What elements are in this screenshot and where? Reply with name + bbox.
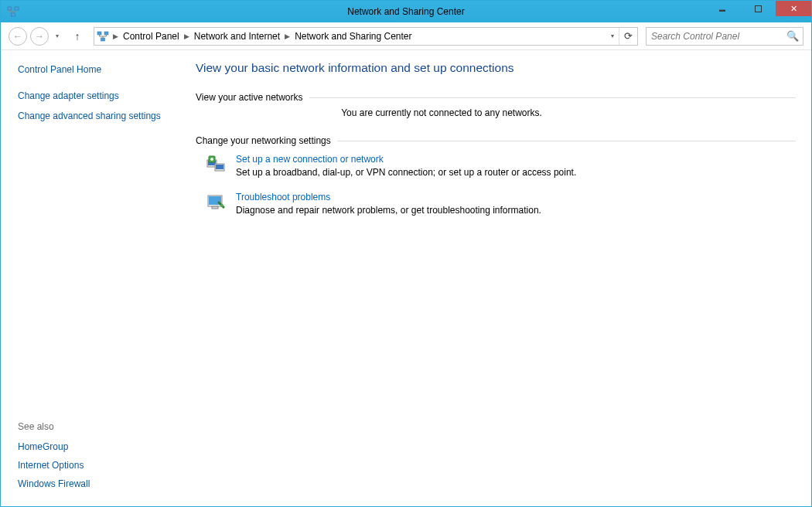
setup-connection-link[interactable]: Set up a new connection or network xyxy=(236,154,576,165)
control-panel-home-link[interactable]: Control Panel Home xyxy=(18,64,165,75)
history-dropdown[interactable]: ▾ xyxy=(52,27,63,46)
titlebar: Network and Sharing Center xyxy=(1,1,811,22)
refresh-button[interactable]: ⟳ xyxy=(619,28,637,45)
svg-rect-1 xyxy=(15,7,19,10)
sidebar-task-advanced-sharing[interactable]: Change advanced sharing settings xyxy=(18,111,165,123)
page-heading: View your basic network information and … xyxy=(196,61,796,75)
app-icon xyxy=(7,5,19,18)
svg-rect-9 xyxy=(101,38,105,41)
see-also-header: See also xyxy=(18,421,165,432)
svg-rect-17 xyxy=(216,165,223,169)
toolbar: ← → ▾ ↑ ▶ Control Panel ▶ Network and In… xyxy=(1,22,811,50)
maximize-button[interactable] xyxy=(740,1,776,16)
forward-button[interactable]: → xyxy=(30,27,49,46)
setup-connection-icon xyxy=(205,154,227,175)
window-controls xyxy=(705,1,811,16)
main-panel: View your basic network information and … xyxy=(172,50,811,506)
see-also-internet-options[interactable]: Internet Options xyxy=(18,460,165,471)
breadcrumb-item[interactable]: Network and Sharing Center xyxy=(292,28,415,45)
minimize-button[interactable] xyxy=(705,1,740,16)
setting-troubleshoot: Troubleshoot problems Diagnose and repai… xyxy=(205,192,796,216)
chevron-right-icon[interactable]: ▶ xyxy=(283,32,292,40)
svg-rect-23 xyxy=(212,206,218,209)
svg-point-24 xyxy=(220,204,223,207)
see-also-list: HomeGroup Internet Options Windows Firew… xyxy=(18,441,165,497)
breadcrumb-item[interactable]: Network and Internet xyxy=(191,28,283,45)
troubleshoot-icon xyxy=(205,192,227,213)
address-icon xyxy=(94,30,111,43)
see-also-windows-firewall[interactable]: Windows Firewall xyxy=(18,478,165,489)
divider xyxy=(337,141,796,141)
active-networks-label: View your active networks xyxy=(196,92,303,103)
back-button[interactable]: ← xyxy=(9,27,27,46)
address-bar[interactable]: ▶ Control Panel ▶ Network and Internet ▶… xyxy=(94,27,638,46)
see-also-homegroup[interactable]: HomeGroup xyxy=(18,441,165,452)
sidebar: Control Panel Home Change adapter settin… xyxy=(1,50,172,506)
chevron-right-icon[interactable]: ▶ xyxy=(183,32,191,40)
chevron-right-icon[interactable]: ▶ xyxy=(111,32,120,40)
close-button[interactable] xyxy=(776,1,811,16)
svg-rect-7 xyxy=(97,32,101,35)
sidebar-task-adapter[interactable]: Change adapter settings xyxy=(18,90,165,103)
address-dropdown[interactable]: ▾ xyxy=(605,28,619,45)
setup-connection-desc: Set up a broadband, dial-up, or VPN conn… xyxy=(236,167,576,178)
setting-setup-connection: Set up a new connection or network Set u… xyxy=(205,154,796,178)
search-icon[interactable]: 🔍 xyxy=(783,30,803,42)
troubleshoot-desc: Diagnose and repair network problems, or… xyxy=(236,205,541,216)
search-box[interactable]: 🔍 xyxy=(646,27,803,46)
change-settings-section: Change your networking settings xyxy=(196,135,796,146)
content-area: Control Panel Home Change adapter settin… xyxy=(1,50,811,506)
up-button[interactable]: ↑ xyxy=(69,28,86,45)
breadcrumb-item[interactable]: Control Panel xyxy=(120,28,183,45)
active-networks-section: View your active networks xyxy=(196,92,796,103)
window-title: Network and Sharing Center xyxy=(1,6,811,17)
svg-rect-2 xyxy=(12,13,15,16)
search-input[interactable] xyxy=(647,31,783,42)
svg-rect-0 xyxy=(8,7,12,10)
divider xyxy=(309,97,796,98)
troubleshoot-link[interactable]: Troubleshoot problems xyxy=(236,192,541,202)
svg-rect-8 xyxy=(104,32,108,35)
change-settings-label: Change your networking settings xyxy=(196,135,331,146)
no-network-message: You are currently not connected to any n… xyxy=(196,107,796,118)
